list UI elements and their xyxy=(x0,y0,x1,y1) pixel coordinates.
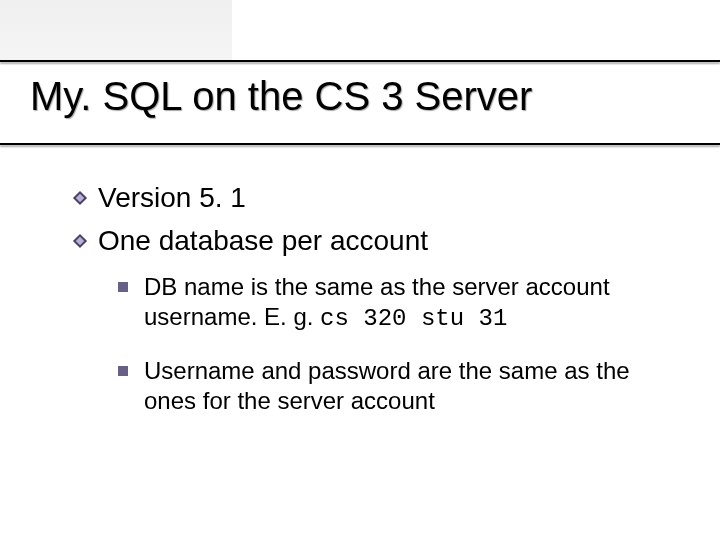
square-bullet-icon xyxy=(118,366,128,376)
sub-list: DB name is the same as the server accoun… xyxy=(118,272,670,418)
list-item-text: Username and password are the same as th… xyxy=(144,356,670,418)
slide-body: Version 5. 1 One database per account DB… xyxy=(72,180,670,440)
title-rule-bottom xyxy=(0,143,720,145)
list-item: DB name is the same as the server accoun… xyxy=(118,272,670,334)
list-item-text: One database per account xyxy=(98,223,670,258)
slide-title: My. SQL on the CS 3 Server xyxy=(30,74,532,119)
title-rule-top xyxy=(0,60,720,62)
list-item-text: DB name is the same as the server accoun… xyxy=(144,272,670,334)
list-item: Username and password are the same as th… xyxy=(118,356,670,418)
diamond-bullet-icon xyxy=(72,233,90,249)
sub-item-code: cs 320 stu 31 xyxy=(320,305,507,332)
slide: My. SQL on the CS 3 Server Version 5. 1 … xyxy=(0,0,720,540)
list-item: One database per account xyxy=(72,223,670,258)
decorative-top-strip xyxy=(0,0,232,60)
sub-item-prefix: Username and password are the same as th… xyxy=(144,357,630,414)
square-bullet-icon xyxy=(118,282,128,292)
list-item-text: Version 5. 1 xyxy=(98,180,670,215)
diamond-bullet-icon xyxy=(72,190,90,206)
list-item: Version 5. 1 xyxy=(72,180,670,215)
